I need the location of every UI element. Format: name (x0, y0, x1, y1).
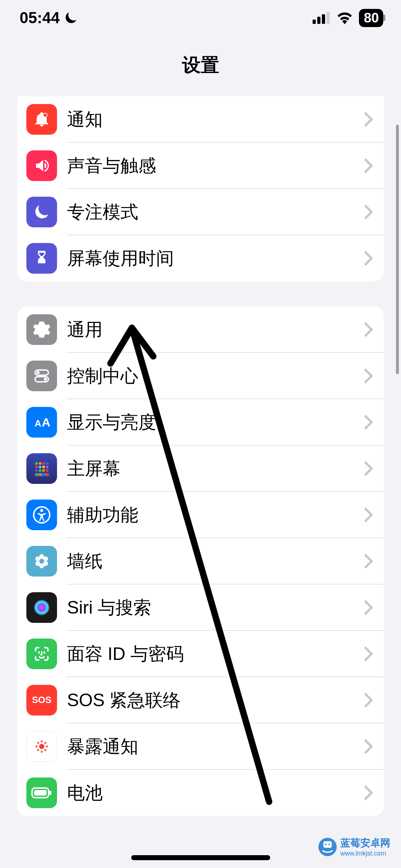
row-control-center[interactable]: 控制中心 (17, 353, 384, 399)
svg-point-47 (37, 749, 39, 751)
chevron-right-icon (364, 415, 373, 430)
svg-rect-20 (35, 469, 38, 472)
svg-rect-27 (42, 474, 45, 476)
status-time-group: 05:44 (20, 9, 78, 27)
chevron-right-icon (364, 461, 373, 476)
chevron-right-icon (364, 368, 373, 383)
svg-rect-28 (46, 474, 48, 476)
row-notifications[interactable]: 通知 (17, 96, 384, 143)
row-sounds[interactable]: 声音与触感 (17, 143, 384, 189)
svg-rect-14 (42, 462, 45, 465)
chevron-right-icon (364, 112, 373, 127)
svg-rect-26 (39, 474, 41, 476)
row-general[interactable]: 通用 (17, 306, 384, 353)
svg-point-48 (35, 745, 37, 748)
row-accessibility[interactable]: 辅助功能 (17, 492, 384, 538)
row-label: 墙纸 (67, 549, 364, 573)
settings-group-2: 通用 控制中心 AA 显示与亮度 主屏幕 (17, 306, 384, 816)
app-grid-icon (26, 453, 57, 484)
svg-point-56 (328, 843, 330, 845)
svg-rect-54 (323, 841, 331, 848)
svg-point-41 (39, 744, 45, 749)
svg-point-37 (40, 559, 44, 564)
svg-rect-21 (39, 469, 41, 472)
svg-point-7 (36, 371, 40, 374)
do-not-disturb-icon (64, 11, 78, 25)
status-bar: 05:44 80 (0, 0, 401, 36)
settings-group-1: 通知 声音与触感 专注模式 屏幕使用时间 (17, 96, 384, 281)
wifi-icon (336, 11, 353, 24)
row-label: 暴露通知 (67, 735, 364, 759)
row-screen-time[interactable]: 屏幕使用时间 (17, 235, 384, 281)
scroll-indicator[interactable] (396, 125, 399, 374)
svg-point-49 (37, 742, 39, 744)
svg-rect-1 (317, 17, 320, 24)
svg-rect-2 (322, 14, 325, 24)
watermark-title: 蓝莓安卓网 (340, 836, 390, 850)
chevron-right-icon (364, 693, 373, 708)
row-label: 电池 (67, 781, 364, 805)
row-display[interactable]: AA 显示与亮度 (17, 399, 384, 445)
svg-point-55 (325, 843, 327, 845)
chevron-right-icon (364, 785, 373, 800)
hourglass-icon (26, 243, 57, 274)
chevron-right-icon (364, 251, 373, 266)
row-label: 控制中心 (67, 364, 364, 388)
svg-rect-25 (36, 474, 38, 476)
speaker-icon (26, 150, 57, 181)
svg-text:SOS: SOS (32, 694, 52, 705)
row-label: 辅助功能 (67, 503, 364, 527)
svg-text:A: A (35, 418, 41, 429)
switches-icon (26, 361, 57, 391)
svg-point-9 (44, 378, 47, 381)
accessibility-icon (26, 500, 57, 530)
row-siri[interactable]: Siri 与搜索 (17, 584, 384, 631)
row-label: 专注模式 (67, 200, 364, 224)
row-focus[interactable]: 专注模式 (17, 189, 384, 235)
row-home-screen[interactable]: 主屏幕 (17, 445, 384, 492)
svg-point-46 (41, 750, 43, 753)
battery-indicator: 80 (359, 9, 383, 27)
chevron-right-icon (364, 600, 373, 615)
svg-rect-13 (39, 462, 41, 465)
svg-rect-3 (327, 12, 330, 24)
svg-point-42 (41, 740, 43, 742)
battery-icon (26, 777, 57, 808)
svg-rect-17 (39, 466, 41, 468)
chevron-right-icon (364, 507, 373, 522)
status-time: 05:44 (20, 9, 60, 27)
chevron-right-icon (364, 646, 373, 661)
chevron-right-icon (364, 158, 373, 173)
row-label: 面容 ID 与密码 (67, 642, 364, 666)
bell-icon (26, 104, 57, 135)
watermark: 蓝莓安卓网 www.lmkjst.com (318, 836, 390, 857)
chevron-right-icon (364, 554, 373, 569)
svg-point-38 (34, 600, 50, 616)
row-face-id[interactable]: 面容 ID 与密码 (17, 631, 384, 677)
svg-text:A: A (42, 415, 51, 429)
chevron-right-icon (364, 739, 373, 754)
svg-rect-15 (46, 462, 48, 465)
row-label: 主屏幕 (67, 457, 364, 481)
row-battery[interactable]: 电池 (17, 770, 384, 816)
row-label: SOS 紧急联络 (67, 688, 364, 712)
row-wallpaper[interactable]: 墙纸 (17, 538, 384, 584)
cellular-signal-icon (313, 12, 330, 24)
home-indicator[interactable] (131, 855, 270, 860)
svg-rect-0 (313, 20, 316, 24)
svg-point-30 (40, 509, 43, 512)
svg-point-5 (43, 113, 47, 117)
svg-rect-19 (46, 466, 48, 468)
exposure-icon (26, 731, 57, 762)
row-sos[interactable]: SOS SOS 紧急联络 (17, 677, 384, 723)
row-label: 显示与亮度 (67, 410, 364, 434)
row-exposure[interactable]: 暴露通知 (17, 723, 384, 770)
sos-icon: SOS (26, 685, 57, 715)
svg-rect-16 (35, 466, 38, 468)
svg-rect-12 (35, 462, 38, 465)
row-label: Siri 与搜索 (67, 596, 364, 620)
gear-icon (26, 314, 57, 345)
text-size-icon: AA (26, 407, 57, 438)
row-label: 通用 (67, 318, 364, 342)
svg-rect-23 (46, 469, 48, 472)
